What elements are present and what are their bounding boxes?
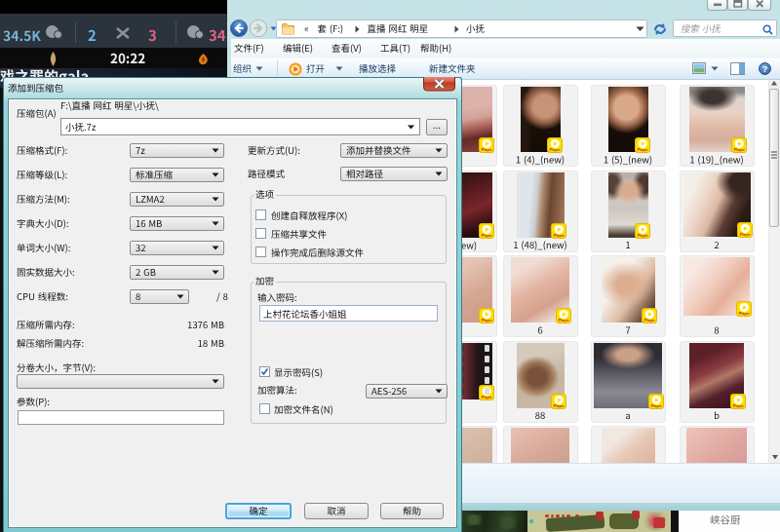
svg-text:Player: Player	[481, 148, 491, 152]
svg-text:Player: Player	[637, 234, 647, 238]
svg-text:Player: Player	[733, 148, 744, 152]
svg-text:Player: Player	[644, 319, 654, 323]
svg-text:Player: Player	[651, 404, 662, 408]
svg-text:Player: Player	[481, 234, 491, 238]
svg-text:Player: Player	[481, 396, 491, 399]
svg-text:Player: Player	[733, 404, 744, 408]
svg-text:Player: Player	[553, 404, 564, 408]
svg-text:Player: Player	[559, 319, 569, 323]
svg-text:Player: Player	[549, 148, 560, 152]
svg-text:Player: Player	[739, 312, 750, 316]
svg-text:Player: Player	[481, 319, 491, 323]
svg-text:Player: Player	[637, 148, 647, 152]
svg-text:?: ?	[762, 64, 768, 74]
svg-text:Player: Player	[739, 233, 750, 237]
svg-text:Player: Player	[553, 234, 564, 238]
